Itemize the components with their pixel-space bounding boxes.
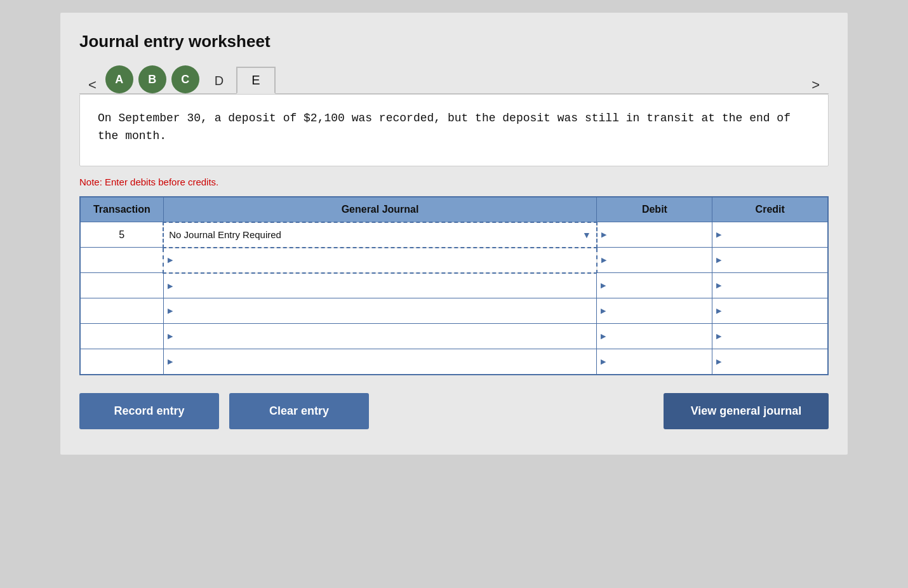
general-indicator: ▶ [168, 333, 173, 340]
cell-credit[interactable]: ▶ [712, 324, 828, 349]
cell-transaction [80, 298, 163, 324]
cell-transaction [80, 324, 163, 349]
cell-debit[interactable]: ▶ [597, 248, 712, 273]
buttons-row: Record entry Clear entry View general jo… [79, 393, 829, 429]
general-indicator: ▶ [168, 307, 173, 314]
col-header-general: General Journal [163, 197, 597, 222]
cell-credit[interactable]: ▶ [712, 298, 828, 324]
cell-general-dotted[interactable]: ▶ [163, 248, 597, 273]
nav-left-arrow[interactable]: < [79, 77, 105, 93]
general-indicator: ▶ [168, 257, 173, 264]
cell-credit[interactable]: ▶ [712, 222, 828, 248]
tab-B[interactable]: B [138, 65, 166, 93]
table-row: ▶ ▶ ▶ [80, 273, 828, 298]
debit-indicator: ▶ [601, 257, 606, 264]
cell-transaction [80, 349, 163, 375]
cell-transaction [80, 273, 163, 298]
description-box: On September 30, a deposit of $2,100 was… [79, 94, 829, 166]
tab-C[interactable]: C [171, 65, 199, 93]
record-entry-button[interactable]: Record entry [79, 393, 219, 429]
table-row: ▶ ▶ ▶ [80, 298, 828, 324]
dropdown-arrow-icon[interactable]: ▼ [582, 230, 591, 240]
debit-indicator: ▶ [601, 282, 606, 289]
tab-A[interactable]: A [105, 65, 133, 93]
debit-indicator: ▶ [601, 333, 606, 340]
debit-indicator: ▶ [601, 358, 606, 365]
tab-D[interactable]: D [204, 69, 234, 93]
tabs-wrapper: < A B C D E > [79, 65, 829, 94]
cell-general[interactable]: ▶ [163, 273, 597, 298]
cell-debit[interactable]: ▶ [597, 298, 712, 324]
cell-general-dropdown[interactable]: No Journal Entry Required ▼ [163, 222, 597, 248]
table-row: ▶ ▶ ▶ [80, 349, 828, 375]
col-header-debit: Debit [597, 197, 712, 222]
cell-debit[interactable]: ▶ [597, 324, 712, 349]
credit-indicator: ▶ [716, 307, 721, 314]
credit-indicator: ▶ [716, 358, 721, 365]
credit-indicator: ▶ [716, 231, 721, 238]
debit-indicator: ▶ [601, 231, 606, 238]
table-row: 5 No Journal Entry Required ▼ ▶ ▶ [80, 222, 828, 248]
general-indicator: ▶ [168, 283, 173, 290]
cell-transaction [80, 248, 163, 273]
table-row: ▶ ▶ ▶ [80, 248, 828, 273]
cell-transaction: 5 [80, 222, 163, 248]
credit-indicator: ▶ [716, 333, 721, 340]
view-general-journal-button[interactable]: View general journal [664, 393, 829, 429]
cell-credit[interactable]: ▶ [712, 248, 828, 273]
credit-indicator: ▶ [716, 282, 721, 289]
general-indicator: ▶ [168, 358, 173, 365]
col-header-credit: Credit [712, 197, 828, 222]
page-title: Journal entry worksheet [79, 32, 829, 51]
col-header-transaction: Transaction [80, 197, 163, 222]
cell-general[interactable]: ▶ [163, 298, 597, 324]
cell-debit[interactable]: ▶ [597, 349, 712, 375]
note-text: Note: Enter debits before credits. [79, 177, 829, 187]
tab-E[interactable]: E [236, 67, 275, 94]
nav-right-arrow[interactable]: > [803, 77, 829, 93]
clear-entry-button[interactable]: Clear entry [229, 393, 369, 429]
cell-credit[interactable]: ▶ [712, 349, 828, 375]
cell-credit[interactable]: ▶ [712, 273, 828, 298]
cell-general[interactable]: ▶ [163, 349, 597, 375]
description-text: On September 30, a deposit of $2,100 was… [98, 112, 791, 142]
main-container: Journal entry worksheet < A B C D E > On… [60, 13, 848, 455]
journal-table: Transaction General Journal Debit Credit… [79, 196, 829, 375]
cell-general[interactable]: ▶ [163, 324, 597, 349]
table-row: ▶ ▶ ▶ [80, 324, 828, 349]
cell-debit[interactable]: ▶ [597, 273, 712, 298]
debit-indicator: ▶ [601, 307, 606, 314]
credit-indicator: ▶ [716, 257, 721, 264]
dropdown-selected-value: No Journal Entry Required [169, 229, 582, 240]
cell-debit[interactable]: ▶ [597, 222, 712, 248]
